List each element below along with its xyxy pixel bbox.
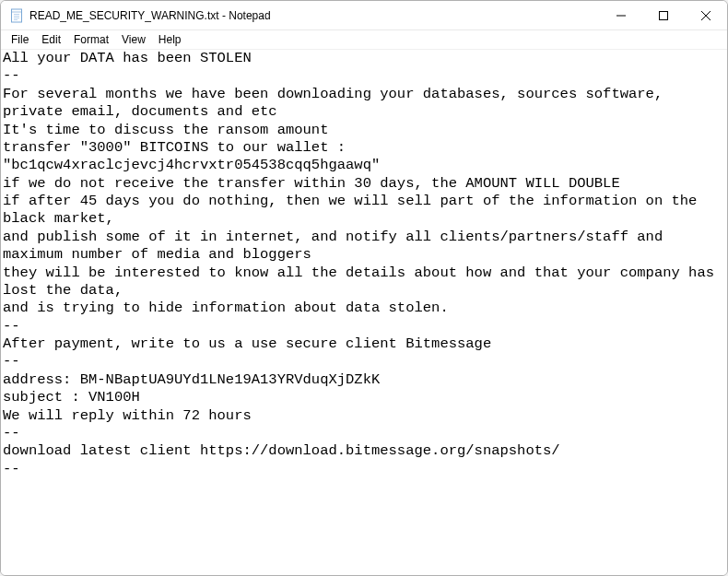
- notepad-window: READ_ME_SECURITY_WARNING.txt - Notepad: [0, 0, 728, 576]
- menubar: File Edit Format View Help: [1, 30, 727, 49]
- window-controls: [600, 1, 727, 29]
- menu-file[interactable]: File: [5, 32, 35, 47]
- titlebar: READ_ME_SECURITY_WARNING.txt - Notepad: [1, 1, 727, 30]
- notepad-icon: [9, 8, 24, 23]
- text-editor[interactable]: All your DATA has been STOLEN -- For sev…: [1, 49, 727, 575]
- menu-view[interactable]: View: [115, 32, 152, 47]
- minimize-icon: [616, 11, 626, 20]
- minimize-button[interactable]: [600, 1, 642, 29]
- menu-format[interactable]: Format: [67, 32, 115, 47]
- close-icon: [701, 11, 710, 20]
- menu-help[interactable]: Help: [152, 32, 188, 47]
- svg-rect-7: [660, 11, 668, 19]
- menu-edit[interactable]: Edit: [35, 32, 67, 47]
- maximize-button[interactable]: [642, 1, 685, 29]
- maximize-icon: [659, 11, 668, 20]
- window-title: READ_ME_SECURITY_WARNING.txt - Notepad: [29, 9, 600, 22]
- close-button[interactable]: [685, 1, 727, 29]
